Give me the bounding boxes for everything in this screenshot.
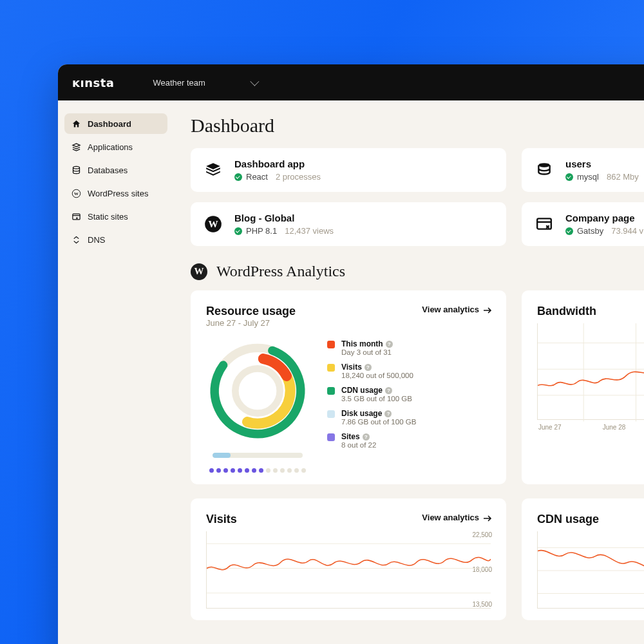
main: Dashboard Dashboard app React 2 processe… <box>174 100 644 634</box>
app-card-row: Dashboard app React 2 processes users <box>191 148 644 192</box>
legend-item: Visits? 18,240 out of 500,000 <box>327 363 416 379</box>
app-card-title: users <box>565 158 639 169</box>
dns-icon <box>71 234 81 245</box>
sidebar-item-label: Static sites <box>88 212 128 222</box>
sidebar-item-static-sites[interactable]: Static sites <box>64 206 167 227</box>
app-card-blog[interactable]: W Blog - Global PHP 8.1 12,437 views <box>191 202 506 246</box>
sidebar-item-label: Databases <box>88 166 128 175</box>
view-analytics-link[interactable]: View analytics <box>422 513 491 522</box>
widget-bandwidth: Bandwidth June 27 June 28 <box>522 290 644 484</box>
sidebar-item-label: Applications <box>88 142 133 152</box>
brand-logo: ĸınsta <box>72 76 114 90</box>
arrow-right-icon <box>483 515 491 520</box>
arrow-right-icon <box>483 307 491 312</box>
app-card-meta: 862 Mby <box>607 172 639 182</box>
legend-item: CDN usage? 3.5 GB out of 100 GB <box>327 386 416 402</box>
section-heading: W WordPress Analytics <box>191 263 644 280</box>
status-ok-icon <box>565 173 573 181</box>
swatch-icon <box>327 341 335 348</box>
app-card-meta: 12,437 views <box>285 226 334 236</box>
widget-title: Resource usage <box>206 305 296 318</box>
help-icon[interactable]: ? <box>385 387 392 394</box>
app-card-title: Company page <box>565 213 643 223</box>
view-analytics-link[interactable]: View analytics <box>422 305 491 314</box>
home-icon <box>71 118 81 129</box>
bandwidth-chart <box>537 323 644 420</box>
app-card-tech: React <box>246 172 268 182</box>
widget-resource-usage: Resource usage June 27 - July 27 View an… <box>191 290 506 484</box>
app-card-tech: mysql <box>577 172 599 182</box>
resource-donut-chart <box>206 339 309 442</box>
resource-legend: This month? Day 3 out of 31 Visits? 18,2… <box>327 339 416 473</box>
section-title: WordPress Analytics <box>216 263 345 280</box>
app-card-row: W Blog - Global PHP 8.1 12,437 views <box>191 202 644 246</box>
wordpress-icon: W <box>202 213 224 235</box>
sidebar: Dashboard Applications Databases W WordP… <box>58 100 174 634</box>
app-card-users[interactable]: users mysql 862 Mby <box>522 148 644 192</box>
legend-item: Sites? 8 out of 22 <box>327 432 416 449</box>
help-icon[interactable]: ? <box>365 364 372 371</box>
static-site-icon <box>533 213 555 235</box>
status-ok-icon <box>234 173 242 181</box>
sidebar-item-label: DNS <box>88 235 105 245</box>
sidebar-item-applications[interactable]: Applications <box>64 137 167 157</box>
cdn-chart <box>537 531 644 609</box>
status-ok-icon <box>565 227 573 235</box>
topbar: ĸınsta Weather team <box>58 64 644 100</box>
svg-point-12 <box>235 368 279 413</box>
app-card-company[interactable]: Company page Gatsby 73.944 v <box>522 202 644 246</box>
app-window: ĸınsta Weather team Dashboard Applicatio… <box>58 64 644 644</box>
swatch-icon <box>327 387 335 395</box>
app-card-dashboard[interactable]: Dashboard app React 2 processes <box>191 148 506 192</box>
svg-text:W: W <box>74 191 79 196</box>
team-selector-label: Weather team <box>153 78 205 88</box>
swatch-icon <box>327 433 335 441</box>
svg-point-4 <box>538 163 549 167</box>
sidebar-item-wordpress[interactable]: W WordPress sites <box>64 183 167 204</box>
svg-point-0 <box>73 166 79 169</box>
app-card-title: Dashboard app <box>234 158 321 169</box>
app-card-tech: Gatsby <box>577 226 603 236</box>
widget-subtitle: June 27 - July 27 <box>206 318 296 328</box>
swatch-icon <box>327 410 335 418</box>
widget-title: Bandwidth <box>537 305 596 318</box>
help-icon[interactable]: ? <box>363 433 370 440</box>
help-icon[interactable]: ? <box>386 341 393 348</box>
visits-chart: 22,500 18,000 13,500 <box>206 531 491 609</box>
swatch-icon <box>327 364 335 372</box>
app-card-meta: 2 processes <box>276 172 321 182</box>
wordpress-icon: W <box>191 263 207 280</box>
app-card-title: Blog - Global <box>234 213 334 223</box>
page-title: Dashboard <box>191 115 644 137</box>
widgets-row: Visits View analytics 22,500 18,000 13,5… <box>191 498 644 620</box>
widget-visits: Visits View analytics 22,500 18,000 13,5… <box>191 498 506 620</box>
chevron-down-icon <box>250 77 259 86</box>
wordpress-icon: W <box>71 188 81 198</box>
sidebar-item-label: WordPress sites <box>88 189 148 198</box>
status-ok-icon <box>234 227 242 235</box>
widget-cdn-usage: CDN usage <box>522 498 644 620</box>
app-card-meta: 73.944 v <box>611 226 643 236</box>
help-icon[interactable]: ? <box>384 410 392 417</box>
database-icon <box>71 165 81 175</box>
widget-title: Visits <box>206 513 237 526</box>
stack-icon <box>71 142 81 152</box>
disk-progress-bar <box>213 453 303 458</box>
sidebar-item-dashboard[interactable]: Dashboard <box>64 113 167 134</box>
static-site-icon <box>71 211 81 222</box>
svg-text:W: W <box>208 218 218 229</box>
database-icon <box>533 159 555 181</box>
widget-title: CDN usage <box>537 513 599 526</box>
app-card-tech: PHP 8.1 <box>246 226 277 236</box>
sidebar-item-dns[interactable]: DNS <box>64 229 167 250</box>
stack-icon <box>202 159 224 181</box>
legend-item: This month? Day 3 out of 31 <box>327 339 416 356</box>
sidebar-item-databases[interactable]: Databases <box>64 160 167 180</box>
sites-dots-indicator <box>209 468 306 473</box>
sidebar-item-label: Dashboard <box>88 119 131 129</box>
bandwidth-xticks: June 27 June 28 June 29 <box>537 424 644 431</box>
widgets-row: Resource usage June 27 - July 27 View an… <box>191 290 644 484</box>
legend-item: Disk usage? 7.86 GB out of 100 GB <box>327 409 416 426</box>
team-selector[interactable]: Weather team <box>153 78 256 88</box>
